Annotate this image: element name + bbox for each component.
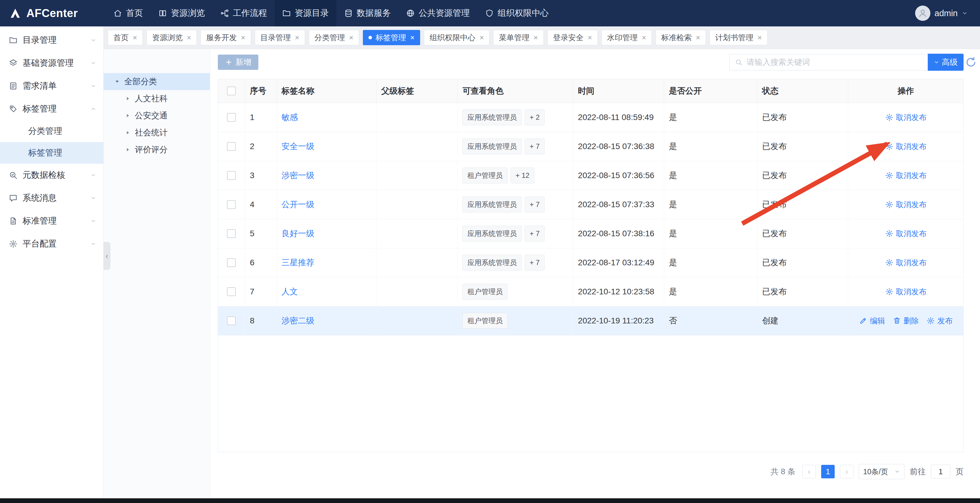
cancel-publish-action[interactable]: 取消发布 [885, 228, 927, 239]
tab-close-icon[interactable]: × [757, 34, 762, 41]
tab-close-icon[interactable]: × [133, 34, 137, 41]
topnav-item-resource-browse[interactable]: 资源浏览 [151, 0, 213, 26]
topnav-item-public-resource[interactable]: 公共资源管理 [398, 0, 477, 26]
tab-6[interactable]: 组织权限中心× [424, 30, 489, 45]
delete-action[interactable]: 删除 [893, 316, 919, 326]
advanced-search-button[interactable]: 高级 [928, 54, 964, 71]
sidebar-item-system-message[interactable]: 系统消息 [0, 187, 103, 209]
row-checkbox[interactable] [227, 200, 236, 209]
sidebar-collapse-handle[interactable]: ‹ [103, 242, 110, 270]
tab-close-icon[interactable]: × [642, 34, 646, 41]
tab-5[interactable]: 标签管理× [363, 30, 420, 45]
row-checkbox[interactable] [227, 316, 236, 325]
tag-name-link[interactable]: 三星推荐 [282, 257, 315, 268]
chevron-down-icon [91, 83, 96, 89]
row-checkbox[interactable] [227, 171, 236, 180]
tab-1[interactable]: 资源浏览× [146, 30, 197, 45]
row-checkbox[interactable] [227, 229, 236, 238]
add-button[interactable]: 新增 [218, 55, 258, 70]
tab-4[interactable]: 分类管理× [309, 30, 359, 45]
tab-2[interactable]: 服务开发× [200, 30, 251, 45]
select-all-checkbox[interactable] [227, 87, 236, 95]
sidebar-subitem-tag-mgmt-sub[interactable]: 标签管理 [0, 142, 103, 164]
sidebar-item-metadata-check[interactable]: 元数据检核 [0, 164, 103, 187]
caret-right-icon [125, 130, 130, 136]
tab-close-icon[interactable]: × [479, 34, 484, 41]
tab-close-icon[interactable]: × [295, 34, 299, 41]
sidebar-item-demand-list[interactable]: 需求清单 [0, 75, 103, 97]
table-header: 序号标签名称父级标签可查看角色时间是否公开状态操作 [218, 79, 963, 103]
tab-8[interactable]: 登录安全× [547, 30, 598, 45]
parent-tag-cell [376, 161, 458, 190]
cancel-publish-action[interactable]: 取消发布 [885, 113, 927, 123]
sidebar-item-tag-mgmt[interactable]: 标签管理 [0, 97, 103, 120]
tab-close-icon[interactable]: × [187, 34, 191, 41]
roles-cell: 应用系统管理员+ 7 [458, 190, 573, 219]
tag-name-link[interactable]: 安全一级 [282, 141, 315, 152]
tag-name-link[interactable]: 人文 [282, 286, 298, 297]
refresh-button[interactable] [965, 56, 977, 68]
page-size-select[interactable]: 10条/页 [859, 464, 905, 479]
cancel-publish-action[interactable]: 取消发布 [885, 200, 927, 210]
edit-action[interactable]: 编辑 [859, 316, 885, 326]
goto-page-input[interactable]: 1 [931, 465, 950, 479]
tab-7[interactable]: 菜单管理× [493, 30, 543, 45]
tag-name-link[interactable]: 良好一级 [282, 228, 315, 239]
row-index: 5 [245, 219, 277, 248]
column-header: 可查看角色 [458, 79, 573, 103]
tag-name-link[interactable]: 公开一级 [282, 199, 315, 210]
tree-item-1[interactable]: 公安交通 [103, 107, 210, 124]
current-page-button[interactable]: 1 [821, 465, 835, 478]
tab-0[interactable]: 首页× [108, 30, 143, 45]
sidebar-item-base-resource-mgmt[interactable]: 基础资源管理 [0, 52, 103, 75]
next-page-button[interactable]: › [840, 465, 853, 478]
status-cell: 已发布 [757, 190, 848, 219]
tab-close-icon[interactable]: × [588, 34, 592, 41]
cancel-publish-action[interactable]: 取消发布 [885, 141, 927, 152]
cancel-publish-action[interactable]: 取消发布 [885, 287, 927, 297]
tab-close-icon[interactable]: × [241, 34, 245, 41]
tree-item-2[interactable]: 社会统计 [103, 124, 210, 141]
chevron-down-icon [91, 60, 96, 66]
topnav-item-home[interactable]: 首页 [106, 0, 151, 26]
tab-11[interactable]: 计划书管理× [710, 30, 767, 45]
sidebar-item-catalog-mgmt[interactable]: 目录管理 [0, 29, 103, 52]
avatar [915, 6, 931, 21]
row-checkbox[interactable] [227, 258, 236, 267]
tag-name-link[interactable]: 敏感 [282, 112, 298, 123]
cancel-publish-action[interactable]: 取消发布 [885, 258, 927, 268]
sidebar-item-standard-mgmt[interactable]: 标准管理 [0, 209, 103, 232]
topnav-item-data-service[interactable]: 数据服务 [336, 0, 398, 26]
search-input[interactable] [746, 57, 923, 67]
tag-name-link[interactable]: 涉密二级 [282, 315, 315, 326]
tab-close-icon[interactable]: × [533, 34, 538, 41]
topnav-item-workflow[interactable]: 工作流程 [213, 0, 275, 26]
cancel-publish-action[interactable]: 取消发布 [885, 170, 927, 181]
tab-close-icon[interactable]: × [349, 34, 353, 41]
user-menu[interactable]: admin [915, 6, 980, 21]
sidebar-subitem-category-mgmt[interactable]: 分类管理 [0, 120, 103, 142]
tab-10[interactable]: 标准检索× [655, 30, 706, 45]
row-checkbox[interactable] [227, 113, 236, 122]
row-checkbox[interactable] [227, 142, 236, 151]
tag-name-link[interactable]: 涉密一级 [282, 170, 315, 181]
tree-item-0[interactable]: 人文社科 [103, 90, 210, 107]
table-row: 4公开一级应用系统管理员+ 72022-08-15 07:37:33是已发布取消… [218, 190, 963, 219]
role-chip: 应用系统管理员 [462, 197, 522, 213]
tree-item-root[interactable]: 全部分类 [103, 73, 210, 90]
topnav-item-resource-catalog[interactable]: 资源目录 [275, 0, 336, 26]
column-header: 操作 [848, 79, 963, 103]
tab-close-icon[interactable]: × [410, 34, 415, 41]
role-chip: 应用系统管理员 [462, 226, 522, 241]
publish-action[interactable]: 发布 [927, 316, 953, 326]
username: admin [934, 8, 958, 18]
topnav-item-org-permission[interactable]: 组织权限中心 [477, 0, 556, 26]
tree-item-3[interactable]: 评价评分 [103, 141, 210, 158]
tab-9[interactable]: 水印管理× [601, 30, 652, 45]
tab-3[interactable]: 目录管理× [255, 30, 305, 45]
roles-cell: 应用系统管理员+ 7 [458, 219, 573, 248]
sidebar-item-platform-config[interactable]: 平台配置 [0, 232, 103, 255]
tab-close-icon[interactable]: × [696, 34, 700, 41]
row-checkbox[interactable] [227, 287, 236, 296]
prev-page-button[interactable]: ‹ [802, 465, 816, 478]
